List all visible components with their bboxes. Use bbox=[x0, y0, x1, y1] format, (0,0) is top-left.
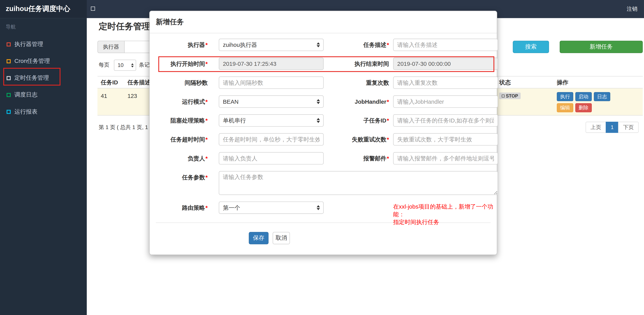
start-time-label: 执行开始时间* bbox=[156, 58, 208, 70]
select-arrows-icon bbox=[316, 99, 320, 104]
job-desc-input[interactable] bbox=[393, 39, 498, 51]
form-row-executor-desc: 执行器* zuihou执行器 任务描述* bbox=[156, 39, 491, 51]
required-mark: * bbox=[387, 42, 389, 48]
next-page-button[interactable]: 下页 bbox=[618, 122, 638, 133]
required-mark: * bbox=[387, 136, 389, 143]
route-strategy-select-value: 第一个 bbox=[223, 204, 240, 211]
prev-page-button[interactable]: 上页 bbox=[586, 122, 606, 133]
page-title: 定时任务管理 bbox=[99, 21, 150, 32]
per-page-suffix: 条记 bbox=[139, 59, 150, 71]
interval-label: 间隔秒数 bbox=[156, 76, 208, 89]
column-header-actions: 操作 bbox=[557, 76, 568, 88]
modal-body: 执行器* zuihou执行器 任务描述* 执行开始时间* 执行结束时间 间隔秒数… bbox=[150, 33, 497, 244]
interval-input[interactable] bbox=[219, 76, 324, 89]
required-mark: * bbox=[387, 117, 389, 124]
executor-filter-addon: 执行器 bbox=[98, 41, 124, 53]
app-brand[interactable]: zuihou任务调度中心 bbox=[0, 0, 87, 18]
green-square-icon bbox=[6, 93, 11, 97]
block-strategy-select[interactable]: 单机串行 bbox=[219, 114, 324, 127]
form-row-timeout-retry: 任务超时时间* 失败重试次数* bbox=[156, 133, 491, 146]
save-button[interactable]: 保存 bbox=[249, 232, 268, 244]
log-button[interactable]: 日志 bbox=[594, 92, 610, 101]
sidebar-item-label: 调度日志 bbox=[14, 91, 37, 99]
sidebar-toggle-icon[interactable] bbox=[91, 7, 96, 12]
required-mark: * bbox=[206, 60, 208, 67]
alarm-email-label: 报警邮件* bbox=[337, 152, 389, 164]
repeat-count-label: 重复次数 bbox=[337, 76, 389, 89]
form-row-job-param: 任务参数* bbox=[156, 171, 491, 195]
row-actions: 执行 启动 日志 编辑 删除 bbox=[557, 92, 639, 114]
run-button[interactable]: 执行 bbox=[557, 92, 573, 101]
cancel-button[interactable]: 取消 bbox=[273, 232, 290, 244]
required-mark: * bbox=[206, 42, 208, 48]
current-page-button[interactable]: 1 bbox=[606, 122, 618, 133]
status-text: STOP bbox=[506, 93, 518, 98]
required-mark: * bbox=[206, 204, 208, 211]
sidebar-item-timed-task-manage[interactable]: 定时任务管理 bbox=[0, 70, 87, 86]
search-button[interactable]: 搜索 bbox=[513, 41, 549, 53]
row-actions-line2: 编辑 删除 bbox=[557, 103, 639, 112]
fail-retry-label: 失败重试次数* bbox=[337, 133, 389, 146]
red-square-icon bbox=[6, 42, 11, 46]
executor-select[interactable]: zuihou执行器 bbox=[219, 39, 324, 51]
child-job-id-label: 子任务ID* bbox=[337, 114, 389, 127]
block-strategy-label: 阻塞处理策略* bbox=[156, 114, 208, 127]
select-arrows-icon bbox=[131, 63, 134, 67]
child-job-id-input[interactable] bbox=[393, 114, 498, 127]
start-time-input[interactable] bbox=[219, 58, 324, 70]
column-header-status: 状态 bbox=[499, 76, 511, 88]
timeout-label: 任务超时时间* bbox=[156, 133, 208, 146]
delete-button[interactable]: 删除 bbox=[575, 103, 592, 112]
gray-square-icon bbox=[6, 76, 11, 80]
sidebar-item-label: 运行报表 bbox=[14, 108, 37, 115]
sidebar-item-schedule-log[interactable]: 调度日志 bbox=[0, 86, 87, 103]
sidebar-item-run-report[interactable]: 运行报表 bbox=[0, 103, 87, 120]
repeat-count-input[interactable] bbox=[393, 76, 498, 89]
block-strategy-select-value: 单机串行 bbox=[223, 117, 246, 124]
orange-square-icon bbox=[6, 59, 11, 63]
feature-note-line1: 在xxl-jobs项目的基础上，新增了一个功能： bbox=[393, 203, 504, 218]
app-viewport: zuihou任务调度中心 注销 导航 执行器管理 Cron任务管理 定时任务管理… bbox=[0, 0, 644, 315]
row-actions-line1: 执行 启动 日志 bbox=[557, 92, 639, 101]
job-handler-input[interactable] bbox=[393, 95, 498, 108]
sidebar-item-cron-task-manage[interactable]: Cron任务管理 bbox=[0, 53, 87, 70]
edit-button[interactable]: 编辑 bbox=[557, 103, 573, 112]
sidebar-item-label: Cron任务管理 bbox=[14, 57, 50, 65]
per-page-label: 每页 bbox=[99, 59, 109, 71]
sidebar-header: 导航 bbox=[0, 18, 87, 34]
sidebar-item-label: 执行器管理 bbox=[14, 41, 43, 48]
column-header-job-desc: 任务描述 bbox=[128, 76, 150, 88]
logout-link[interactable]: 注销 bbox=[627, 0, 638, 18]
modal-title: 新增任务 bbox=[156, 17, 184, 27]
executor-select-value: zuihou执行器 bbox=[223, 42, 257, 48]
pagination: 上页 1 下页 bbox=[586, 122, 639, 133]
feature-note-line2: 指定时间执行任务 bbox=[393, 218, 504, 226]
add-task-button[interactable]: 新增任务 bbox=[560, 41, 643, 53]
per-page-select[interactable]: 10 bbox=[114, 60, 136, 71]
select-arrows-icon bbox=[316, 118, 320, 123]
start-button[interactable]: 启动 bbox=[575, 92, 592, 101]
end-time-input[interactable] bbox=[393, 58, 498, 70]
run-mode-select[interactable]: BEAN bbox=[219, 95, 324, 108]
sidebar-item-label: 定时任务管理 bbox=[14, 74, 49, 82]
owner-input[interactable] bbox=[219, 152, 324, 164]
cell-job-id: 41 bbox=[101, 93, 107, 99]
end-time-label: 执行结束时间 bbox=[337, 58, 389, 70]
modal-header: 新增任务 bbox=[150, 11, 497, 33]
required-mark: * bbox=[387, 155, 389, 162]
job-param-label: 任务参数* bbox=[156, 171, 208, 183]
stop-square-icon bbox=[502, 94, 504, 97]
add-task-modal: 新增任务 执行器* zuihou执行器 任务描述* 执行开始时间* 执行结束时间… bbox=[149, 11, 497, 255]
form-row-times: 执行开始时间* 执行结束时间 bbox=[156, 58, 491, 70]
fail-retry-input[interactable] bbox=[393, 133, 498, 146]
sidebar-item-executor-manage[interactable]: 执行器管理 bbox=[0, 36, 87, 53]
feature-note: 在xxl-jobs项目的基础上，新增了一个功能： 指定时间执行任务 bbox=[393, 203, 504, 226]
form-row-interval-repeat: 间隔秒数 重复次数 bbox=[156, 76, 491, 89]
route-strategy-select[interactable]: 第一个 bbox=[219, 201, 324, 214]
job-desc-label: 任务描述* bbox=[337, 39, 389, 51]
alarm-email-input[interactable] bbox=[393, 152, 498, 164]
form-row-route: 路由策略* 第一个 在xxl-jobs项目的基础上，新增了一个功能： 指定时间执… bbox=[156, 201, 491, 217]
job-param-textarea[interactable] bbox=[219, 171, 498, 195]
timeout-input[interactable] bbox=[219, 133, 324, 146]
run-mode-select-value: BEAN bbox=[223, 98, 239, 105]
